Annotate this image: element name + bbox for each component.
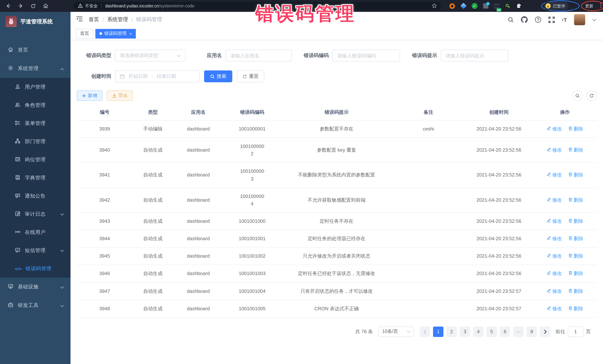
- edit-link[interactable]: 修改: [547, 125, 562, 133]
- page-unit: 页: [586, 328, 591, 335]
- sidebar-item-角色管理[interactable]: 角色管理: [0, 96, 70, 114]
- browser-menu-icon[interactable]: [600, 3, 602, 8]
- edit-link[interactable]: 修改: [547, 253, 562, 260]
- edit-link[interactable]: 修改: [547, 287, 562, 295]
- search-button[interactable]: 搜索: [204, 70, 232, 82]
- extension-orange-icon[interactable]: [449, 3, 455, 9]
- page-size-select[interactable]: 10条/页: [378, 327, 414, 337]
- github-icon[interactable]: [521, 16, 528, 23]
- sidebar-item-字典管理[interactable]: 字典管理: [0, 169, 70, 187]
- update-button[interactable]: 更新: [584, 3, 594, 9]
- page-button-8[interactable]: 8: [527, 327, 537, 337]
- page-button-3[interactable]: 3: [460, 327, 470, 337]
- close-tab-icon[interactable]: ×: [129, 31, 132, 36]
- edit-link[interactable]: 修改: [547, 146, 562, 154]
- sidebar-item-基础设施[interactable]: 基础设施: [0, 278, 70, 296]
- page-button-5[interactable]: 5: [487, 327, 497, 337]
- reload-icon[interactable]: [30, 3, 36, 9]
- export-button[interactable]: 导出: [107, 90, 133, 101]
- reset-button[interactable]: 重置: [237, 70, 264, 82]
- delete-link[interactable]: 删除: [568, 270, 583, 277]
- edit-link[interactable]: 修改: [547, 235, 562, 243]
- pencil-icon: [547, 197, 551, 204]
- sidebar-item-部门管理[interactable]: 部门管理: [0, 132, 70, 151]
- page-buttons: 123456···8: [431, 327, 538, 337]
- sidebar-item-错误码管理[interactable]: </>错误码管理: [0, 259, 70, 278]
- prev-page-button[interactable]: [420, 327, 430, 337]
- goto-page-input[interactable]: [568, 327, 583, 337]
- extension-check-icon[interactable]: ✓: [471, 3, 477, 9]
- app-name-label: 应用名: [204, 52, 222, 59]
- app-name-input[interactable]: [226, 50, 292, 62]
- home-icon: [8, 47, 13, 53]
- collapse-sidebar-icon[interactable]: [76, 16, 83, 23]
- delete-link[interactable]: 删除: [568, 235, 583, 243]
- profile-paused-chip[interactable]: 已暂停: [544, 2, 568, 10]
- sidebar-item-短信管理[interactable]: 短信管理: [0, 241, 70, 259]
- sidebar-item-首页[interactable]: 首页: [0, 41, 70, 59]
- delete-link[interactable]: 删除: [568, 146, 583, 154]
- error-code-input[interactable]: [333, 50, 400, 62]
- extension-gem-icon[interactable]: [460, 3, 466, 9]
- page-button-4[interactable]: 4: [473, 327, 484, 337]
- sidebar-item-系统管理[interactable]: 系统管理: [0, 59, 70, 78]
- cell-id: 3944: [77, 230, 132, 247]
- bookmark-star-icon[interactable]: [431, 3, 437, 9]
- forward-icon[interactable]: [18, 3, 24, 9]
- page-button-1[interactable]: 1: [433, 327, 443, 337]
- sidebar-item-研发工具[interactable]: 研发工具: [0, 296, 70, 315]
- delete-link[interactable]: 删除: [568, 218, 583, 225]
- extension-switch-icon[interactable]: on: [494, 3, 500, 9]
- help-icon[interactable]: [535, 16, 541, 23]
- sidebar-item-在线用户[interactable]: 在线用户: [0, 223, 70, 241]
- pencil-icon: [547, 171, 551, 179]
- extension-key-icon[interactable]: [505, 3, 511, 9]
- user-avatar[interactable]: [574, 14, 585, 25]
- home-icon[interactable]: [43, 3, 49, 9]
- next-page-button[interactable]: [540, 327, 550, 337]
- breadcrumb-home[interactable]: 首页: [89, 16, 99, 23]
- error-type-select[interactable]: 请选择错误码类型: [115, 50, 186, 62]
- edit-link[interactable]: 修改: [547, 171, 562, 179]
- delete-link[interactable]: 删除: [568, 171, 583, 179]
- error-msg-input[interactable]: [441, 50, 508, 62]
- edit-link[interactable]: 修改: [547, 218, 562, 225]
- col-actions: 操作: [533, 105, 597, 120]
- address-bar[interactable]: 不安全 dashboard.yudao.iocoder.cn/system/er…: [73, 2, 441, 10]
- sidebar-item-岗位管理[interactable]: 岗位管理: [0, 151, 70, 169]
- tag-错误码管理[interactable]: 错误码管理×: [95, 29, 136, 38]
- app-title: 芋道管理系统: [20, 18, 53, 25]
- back-icon[interactable]: [5, 3, 11, 9]
- font-size-icon[interactable]: тT: [562, 16, 567, 23]
- page-button-6[interactable]: 6: [500, 327, 510, 337]
- cell-remark: ceshi: [392, 120, 464, 138]
- edit-note-icon: [15, 211, 20, 217]
- sidebar-item-菜单管理[interactable]: 菜单管理: [0, 114, 70, 132]
- sidebar-item-审计日志[interactable]: 审计日志: [0, 205, 70, 223]
- refresh-table-button[interactable]: [586, 90, 597, 101]
- sidebar-item-用户管理[interactable]: 用户管理: [0, 78, 70, 96]
- sidebar-item-通知公告[interactable]: 通知公告: [0, 187, 70, 205]
- sidebar-submenu: 用户管理角色管理菜单管理部门管理岗位管理字典管理通知公告审计日志在线用户短信管理…: [0, 78, 70, 278]
- page-button-···[interactable]: ···: [513, 327, 524, 337]
- edit-link[interactable]: 修改: [547, 197, 562, 204]
- page-button-2[interactable]: 2: [446, 327, 457, 337]
- extension-grid-icon[interactable]: [482, 3, 489, 9]
- fullscreen-icon[interactable]: [548, 16, 555, 23]
- date-range-picker[interactable]: 开始日期 - 结束日期: [115, 70, 200, 82]
- delete-link[interactable]: 删除: [568, 125, 583, 133]
- breadcrumb-system[interactable]: 系统管理: [107, 16, 128, 23]
- edit-link[interactable]: 修改: [547, 270, 562, 277]
- tag-首页[interactable]: 首页: [76, 29, 93, 38]
- delete-link[interactable]: 删除: [568, 197, 583, 204]
- add-button[interactable]: 新增: [77, 90, 103, 101]
- search-icon[interactable]: [508, 16, 514, 23]
- app-logo[interactable]: 芋道管理系统: [0, 12, 70, 31]
- delete-link[interactable]: 删除: [568, 287, 583, 295]
- edit-link[interactable]: 修改: [547, 305, 562, 312]
- show-search-button[interactable]: [572, 90, 583, 101]
- delete-link[interactable]: 删除: [568, 253, 583, 260]
- extensions-puzzle-icon[interactable]: [516, 3, 522, 9]
- delete-link[interactable]: 删除: [568, 305, 583, 312]
- chevron-down-icon[interactable]: [592, 16, 596, 23]
